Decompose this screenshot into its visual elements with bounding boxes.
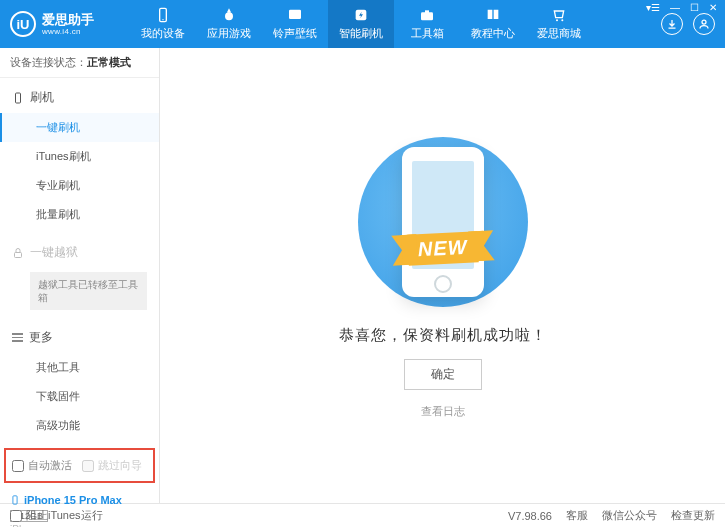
logo-icon: iU: [10, 11, 36, 37]
nav-tutorial[interactable]: 教程中心: [460, 0, 526, 48]
top-nav: 我的设备 应用游戏 铃声壁纸 智能刷机 工具箱 教程中心 爱思商城: [130, 0, 661, 48]
support-link[interactable]: 客服: [566, 508, 588, 523]
sidebar: 设备连接状态：正常模式 刷机 一键刷机 iTunes刷机 专业刷机 批量刷机 一…: [0, 48, 160, 503]
check-update-link[interactable]: 检查更新: [671, 508, 715, 523]
new-ribbon: NEW: [407, 231, 478, 266]
svg-rect-5: [425, 10, 429, 13]
svg-rect-9: [16, 93, 21, 103]
version-label: V7.98.66: [508, 510, 552, 522]
main-content: NEW 恭喜您，保资料刷机成功啦！ 确定 查看日志: [160, 48, 725, 503]
logo: iU 爱思助手 www.i4.cn: [10, 11, 130, 37]
options-highlight-box: 自动激活 跳过向导: [4, 448, 155, 483]
connection-status: 设备连接状态：正常模式: [0, 48, 159, 78]
nav-flash[interactable]: 智能刷机: [328, 0, 394, 48]
svg-point-6: [556, 19, 558, 21]
device-icon: [10, 493, 20, 507]
success-message: 恭喜您，保资料刷机成功啦！: [339, 326, 547, 345]
minimize-icon[interactable]: —: [666, 0, 684, 15]
ok-button[interactable]: 确定: [404, 359, 482, 390]
download-button[interactable]: [661, 13, 683, 35]
svg-rect-2: [289, 10, 301, 19]
toolbox-icon: [418, 7, 436, 23]
sidebar-item-other-tools[interactable]: 其他工具: [0, 353, 159, 382]
book-icon: [484, 7, 502, 23]
image-icon: [286, 7, 304, 23]
app-title: 爱思助手: [42, 13, 94, 26]
nav-my-device[interactable]: 我的设备: [130, 0, 196, 48]
sidebar-item-pro-flash[interactable]: 专业刷机: [0, 171, 159, 200]
sidebar-item-itunes-flash[interactable]: iTunes刷机: [0, 142, 159, 171]
device-name-text: iPhone 15 Pro Max: [24, 494, 122, 506]
sidebar-section-more[interactable]: 更多: [0, 322, 159, 353]
phone-small-icon: [12, 92, 24, 104]
sidebar-item-download-firmware[interactable]: 下载固件: [0, 382, 159, 411]
nav-ringtone[interactable]: 铃声壁纸: [262, 0, 328, 48]
svg-rect-10: [15, 252, 22, 257]
skip-guide-checkbox[interactable]: 跳过向导: [82, 458, 142, 473]
cart-icon: [550, 7, 568, 23]
view-log-link[interactable]: 查看日志: [421, 404, 465, 419]
auto-activate-checkbox[interactable]: 自动激活: [12, 458, 72, 473]
sidebar-jailbreak-notice: 越狱工具已转移至工具箱: [30, 272, 147, 310]
sidebar-section-jailbreak: 一键越狱: [0, 237, 159, 268]
svg-point-7: [561, 19, 563, 21]
sidebar-item-advanced[interactable]: 高级功能: [0, 411, 159, 440]
flash-icon: [352, 7, 370, 23]
wechat-link[interactable]: 微信公众号: [602, 508, 657, 523]
block-itunes-checkbox[interactable]: 阻止iTunes运行: [10, 508, 103, 523]
window-controls: ▾☰ — ☐ ✕: [642, 0, 721, 15]
app-icon: [220, 7, 238, 23]
user-button[interactable]: [693, 13, 715, 35]
maximize-icon[interactable]: ☐: [686, 0, 703, 15]
sidebar-item-batch-flash[interactable]: 批量刷机: [0, 200, 159, 229]
svg-point-1: [162, 19, 163, 20]
nav-store[interactable]: 爱思商城: [526, 0, 592, 48]
phone-icon: [154, 7, 172, 23]
svg-rect-4: [421, 12, 433, 20]
app-subtitle: www.i4.cn: [42, 28, 94, 36]
sidebar-item-onekey-flash[interactable]: 一键刷机: [0, 113, 159, 142]
svg-point-8: [702, 20, 706, 24]
nav-toolbox[interactable]: 工具箱: [394, 0, 460, 48]
lock-icon: [12, 247, 24, 259]
hamburger-icon: [12, 331, 23, 344]
menu-icon[interactable]: ▾☰: [642, 0, 664, 15]
sidebar-section-flash[interactable]: 刷机: [0, 82, 159, 113]
svg-rect-11: [13, 496, 17, 504]
nav-apps[interactable]: 应用游戏: [196, 0, 262, 48]
close-icon[interactable]: ✕: [705, 0, 721, 15]
success-illustration: NEW: [358, 132, 528, 312]
